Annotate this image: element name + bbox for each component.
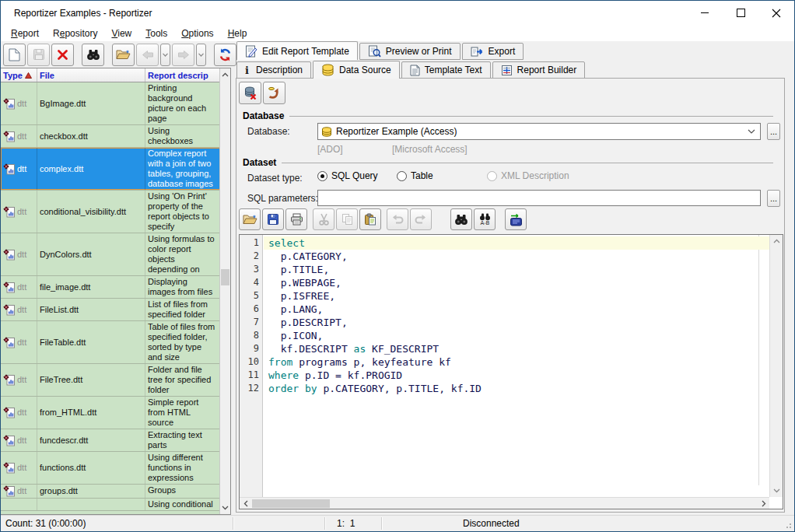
save-sql-button[interactable] <box>262 208 284 230</box>
sql-code-line[interactable]: from programs p, keyfeature kf <box>264 355 769 369</box>
undo-button[interactable] <box>387 208 408 230</box>
file-table-scrollbar[interactable] <box>219 68 230 514</box>
sql-code-area[interactable]: select p.CATEGORY, p.TITLE, p.WEBPAGE, p… <box>264 235 769 497</box>
table-row[interactable]: dttgroups.dttGroups <box>1 485 220 499</box>
disconnect-database-button[interactable] <box>239 82 261 104</box>
open-sql-button[interactable] <box>239 208 261 230</box>
tab-template-text[interactable]: Template Text <box>401 61 491 79</box>
scrollbar-thumb[interactable] <box>221 269 229 285</box>
table-row[interactable]: dttfuncdescr.dttExtracting text parts <box>1 429 220 452</box>
file-type-label: dtt <box>17 436 26 446</box>
paste-button[interactable] <box>359 208 381 230</box>
table-row[interactable]: dttBgImage.dttPrinting background pictur… <box>1 82 220 125</box>
browse-parameters-button[interactable]: ... <box>767 190 780 207</box>
scroll-up-icon[interactable] <box>770 235 783 247</box>
refresh-button[interactable] <box>214 44 236 66</box>
database-combobox[interactable]: Reportizer Example (Access) <box>317 123 761 140</box>
tab-edit-report-template[interactable]: Edit Report Template <box>236 41 358 60</box>
sql-code-line[interactable]: p.TITLE, <box>264 263 769 276</box>
column-header-type[interactable]: Type <box>1 68 37 82</box>
menu-item-view[interactable]: View <box>104 26 138 40</box>
file-name-cell: conditional_visibility.dtt <box>37 191 145 233</box>
scrollbar-thumb[interactable] <box>252 499 330 508</box>
table-row[interactable]: dttcheckbox.dttUsing checkboxes <box>1 125 220 148</box>
execute-sql-button[interactable] <box>505 208 527 230</box>
minimize-button[interactable] <box>687 1 723 25</box>
save-report-button[interactable] <box>27 44 50 66</box>
sql-code-line[interactable]: p.DESCRIPT, <box>264 316 769 329</box>
scroll-left-icon[interactable] <box>240 498 251 509</box>
chevron-down-icon[interactable] <box>744 125 758 138</box>
radio-dot <box>317 171 327 181</box>
dtt-file-icon <box>3 249 16 261</box>
tab-description[interactable]: iDescription <box>236 61 311 79</box>
radio-table[interactable]: Table <box>397 170 433 181</box>
table-row[interactable]: dttfrom_HTML.dttSimple report from HTML … <box>1 397 220 429</box>
back-button[interactable] <box>136 44 159 66</box>
new-report-button[interactable] <box>3 44 26 66</box>
sql-code-line[interactable]: p.LANG, <box>264 303 769 316</box>
menu-item-report[interactable]: Report <box>4 26 46 40</box>
window-title: Reportizer Examples - Reportizer <box>14 8 152 19</box>
sql-code-line[interactable]: order by p.CATEGORY, p.TITLE, kf.ID <box>264 382 769 395</box>
open-folder-button[interactable] <box>112 44 135 66</box>
table-row[interactable]: dttfile_image.dttDisplaying images from … <box>1 276 220 299</box>
sql-code-line[interactable]: p.CATEGORY, <box>264 250 769 263</box>
back-button-dropdown[interactable] <box>160 44 170 66</box>
replace-text-button[interactable]: A-B <box>474 208 496 230</box>
sql-code-line[interactable]: select <box>264 236 769 250</box>
scroll-right-icon[interactable] <box>758 498 769 509</box>
table-row[interactable]: dttFileTree.dttFolder and file tree for … <box>1 364 220 397</box>
sql-code-line[interactable]: p.ICON, <box>264 329 769 342</box>
tab-report-builder[interactable]: Report Builder <box>492 61 586 79</box>
tab-preview-or-print[interactable]: Preview or Print <box>359 43 461 60</box>
resize-grip[interactable] <box>784 521 792 529</box>
sql-text: p.ISFREE, <box>268 290 335 302</box>
find-text-button[interactable] <box>450 208 472 230</box>
menu-item-help[interactable]: Help <box>221 26 254 40</box>
editor-horizontal-scrollbar[interactable] <box>240 497 769 509</box>
menu-item-tools[interactable]: Tools <box>138 26 174 40</box>
file-type-label: dtt <box>17 463 26 473</box>
editor-vertical-scrollbar[interactable] <box>769 235 783 497</box>
revert-datasource-button[interactable] <box>263 82 285 104</box>
sql-code-line[interactable]: where p.ID = kf.PROGID <box>264 369 769 382</box>
find-report-button[interactable] <box>82 44 104 66</box>
sql-parameters-input[interactable] <box>317 190 761 206</box>
copy-button[interactable] <box>336 208 358 230</box>
close-button[interactable] <box>758 1 794 25</box>
cut-button[interactable] <box>313 208 334 230</box>
scroll-down-icon[interactable] <box>770 485 783 497</box>
tab-export[interactable]: Export <box>462 43 524 60</box>
sql-code-line[interactable]: p.WEBPAGE, <box>264 276 769 289</box>
table-row[interactable]: dttDynColors.dttUsing formulas to color … <box>1 233 220 276</box>
table-row[interactable]: Using conditional <box>1 499 220 511</box>
column-header-file[interactable]: File <box>37 68 145 82</box>
svg-text:A-B: A-B <box>480 220 489 226</box>
scroll-down-icon[interactable] <box>220 502 230 514</box>
redo-button[interactable] <box>410 208 432 230</box>
column-header-report-descrip[interactable]: Report descrip <box>145 68 220 82</box>
menu-item-repository[interactable]: Repository <box>46 26 104 40</box>
radio-sql-query[interactable]: SQL Query <box>317 170 378 181</box>
browse-database-button[interactable]: ... <box>767 123 780 140</box>
forward-button-dropdown[interactable] <box>196 44 206 66</box>
menu-item-options[interactable]: Options <box>174 26 220 40</box>
tab-data-source[interactable]: Data Source <box>313 61 400 79</box>
radio-label: XML Description <box>501 170 569 181</box>
delete-report-button[interactable] <box>51 44 74 66</box>
table-row[interactable]: dttconditional_visibility.dttUsing 'On P… <box>1 191 220 233</box>
table-row[interactable]: dttFileTable.dttTable of files from spec… <box>1 321 220 364</box>
sql-code-line[interactable]: p.ISFREE, <box>264 289 769 303</box>
file-type-label: dtt <box>17 250 26 260</box>
table-row[interactable]: dttcomplex.dttComplex report with a join… <box>1 148 220 191</box>
maximize-button[interactable] <box>723 1 758 25</box>
scroll-up-icon[interactable] <box>220 68 230 81</box>
open-folder-icon <box>116 49 131 60</box>
sql-code-line[interactable]: kf.DESCRIPT as KF_DESCRIPT <box>264 342 769 355</box>
forward-button[interactable] <box>172 44 194 66</box>
sql-editor[interactable]: 123456789101112 select p.CATEGORY, p.TIT… <box>239 234 783 509</box>
table-row[interactable]: dttFileList.dttList of files from specif… <box>1 299 220 321</box>
print-sql-button[interactable] <box>285 208 307 230</box>
table-row[interactable]: dttfunctions.dttUsing different function… <box>1 452 220 485</box>
